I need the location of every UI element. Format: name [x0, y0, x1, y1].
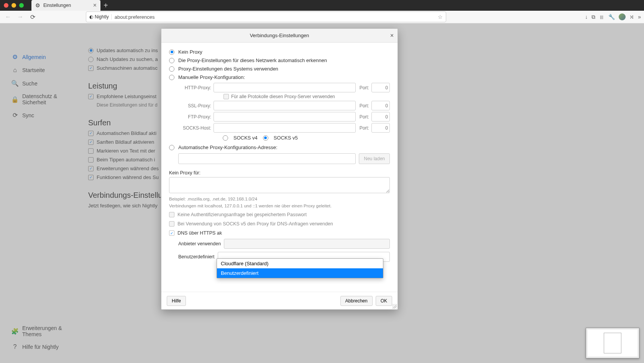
- ftp-proxy-input[interactable]: [214, 112, 356, 122]
- label: Die Proxy-Einstellungen für dieses Netzw…: [178, 57, 327, 63]
- resize-grip-icon[interactable]: [392, 304, 397, 309]
- checkbox-doh[interactable]: [169, 230, 174, 236]
- label: Keine Authentifizierungsanfrage bei gesp…: [177, 212, 307, 217]
- radio-system-proxy[interactable]: [169, 66, 174, 72]
- dialog-header: Verbindungs-Einstellungen ×: [161, 29, 398, 43]
- close-tab-icon[interactable]: ×: [93, 2, 97, 9]
- cancel-button[interactable]: Abbrechen: [340, 296, 373, 306]
- label: Kein Proxy: [178, 49, 202, 55]
- checkbox-socks-dns[interactable]: [169, 221, 174, 227]
- browser-tab[interactable]: ⚙ Einstellungen ×: [31, 0, 100, 11]
- localhost-note: Verbindungen mit localhost, 127.0.0.1 un…: [169, 204, 390, 208]
- back-button[interactable]: ←: [3, 12, 13, 22]
- nightly-icon: ◐: [89, 14, 93, 20]
- tab-title: Einstellungen: [43, 3, 71, 8]
- pocket-icon[interactable]: ⧉: [591, 14, 595, 20]
- browser-toolbar: ← → ⟳ ◐ Nightly about:preferences ☆ ↓ ⧉ …: [0, 11, 644, 23]
- checkbox-use-all-protocols[interactable]: [223, 94, 229, 99]
- thumbnail-content: [588, 330, 637, 356]
- checkbox-no-auth[interactable]: [169, 212, 174, 217]
- http-port-input[interactable]: [371, 83, 390, 92]
- radio-auto-detect[interactable]: [169, 58, 174, 63]
- label: Für alle Protokolle diesen Proxy-Server …: [231, 94, 335, 99]
- gear-icon: ⚙: [35, 2, 40, 8]
- ftp-proxy-label: FTP-Proxy:: [178, 114, 211, 120]
- downloads-icon[interactable]: ↓: [585, 14, 588, 20]
- port-label: Port:: [360, 125, 369, 131]
- dialog-body: Kein Proxy Die Proxy-Einstellungen für d…: [161, 43, 398, 292]
- provider-label: Anbieter verwenden: [178, 241, 221, 246]
- dialog-title: Verbindungs-Einstellungen: [250, 33, 309, 38]
- developer-icon[interactable]: 🔧: [608, 14, 615, 20]
- port-label: Port:: [360, 114, 369, 120]
- dropdown-option-cloudflare[interactable]: Cloudflare (Standard): [217, 259, 383, 268]
- pac-url-input[interactable]: [178, 153, 356, 164]
- radio-no-proxy[interactable]: [169, 49, 174, 55]
- manual-proxy-grid: HTTP-Proxy: Port: Für alle Protokolle di…: [178, 83, 390, 141]
- preview-thumbnail[interactable]: [586, 328, 639, 358]
- brand-text: Nightly: [95, 14, 109, 20]
- reload-button[interactable]: ⟳: [28, 12, 38, 22]
- label: Proxy-Einstellungen des Systems verwende…: [178, 66, 278, 72]
- shuffle-icon[interactable]: ⤭: [629, 14, 634, 20]
- new-tab-button[interactable]: +: [104, 1, 108, 10]
- maximize-window-button[interactable]: [19, 3, 24, 8]
- window-titlebar: ⚙ Einstellungen × +: [0, 0, 644, 11]
- radio-pac-url[interactable]: [169, 145, 174, 150]
- ssl-port-input[interactable]: [371, 101, 390, 110]
- label: SOCKS v4: [233, 135, 258, 141]
- minimize-window-button[interactable]: [12, 3, 16, 8]
- port-label: Port:: [360, 85, 369, 90]
- close-dialog-button[interactable]: ×: [390, 32, 394, 39]
- port-label: Port:: [360, 103, 369, 108]
- no-proxy-textarea[interactable]: [169, 177, 390, 193]
- radio-socks-v4[interactable]: [223, 135, 228, 141]
- label: Manuelle Proxy-Konfiguration:: [178, 74, 245, 80]
- socks-host-label: SOCKS-Host:: [178, 125, 211, 131]
- ok-button[interactable]: OK: [376, 296, 392, 306]
- radio-socks-v5[interactable]: [263, 135, 268, 141]
- close-window-button[interactable]: [4, 3, 8, 8]
- url-text: about:preferences: [115, 14, 438, 20]
- http-proxy-input[interactable]: [214, 83, 356, 92]
- no-proxy-example: Beispiel: .mozilla.org, .net.de, 192.168…: [169, 197, 390, 201]
- reload-pac-button[interactable]: Neu laden: [359, 153, 390, 164]
- no-proxy-label: Kein Proxy für:: [169, 170, 390, 176]
- socks-port-input[interactable]: [371, 123, 390, 133]
- socks-host-input[interactable]: [214, 123, 356, 133]
- label: Automatische Proxy-Konfigurations-Adress…: [178, 145, 278, 150]
- radio-manual-proxy[interactable]: [169, 75, 174, 80]
- label: Bei Verwendung von SOCKS v5 den Proxy fü…: [177, 221, 333, 227]
- brand-label: ◐ Nightly: [89, 14, 112, 20]
- account-avatar-icon[interactable]: [619, 13, 626, 20]
- help-button[interactable]: Hilfe: [167, 296, 186, 306]
- bookmark-star-icon[interactable]: ☆: [438, 14, 443, 20]
- dialog-footer: Hilfe Abbrechen OK: [161, 292, 398, 309]
- ssl-proxy-label: SSL-Proxy:: [178, 103, 211, 108]
- provider-dropdown: Cloudflare (Standard) Benutzerdefiniert: [217, 258, 383, 278]
- label: DNS über HTTPS ak: [177, 230, 222, 236]
- label: SOCKS v5: [274, 135, 298, 141]
- http-proxy-label: HTTP-Proxy:: [178, 85, 211, 90]
- forward-button[interactable]: →: [15, 12, 25, 22]
- provider-select[interactable]: [224, 239, 390, 249]
- ssl-proxy-input[interactable]: [214, 101, 356, 110]
- overflow-icon[interactable]: »: [638, 14, 641, 20]
- toolbar-actions: ↓ ⧉ ⫼ 🔧 ⤭ »: [585, 13, 641, 20]
- dropdown-option-custom[interactable]: Benutzerdefiniert: [217, 268, 383, 278]
- url-bar[interactable]: ◐ Nightly about:preferences ☆: [86, 11, 446, 22]
- custom-url-label: Benutzerdefiniert: [178, 254, 215, 260]
- library-icon[interactable]: ⫼: [599, 14, 605, 20]
- traffic-lights: [4, 3, 24, 8]
- ftp-port-input[interactable]: [371, 112, 390, 122]
